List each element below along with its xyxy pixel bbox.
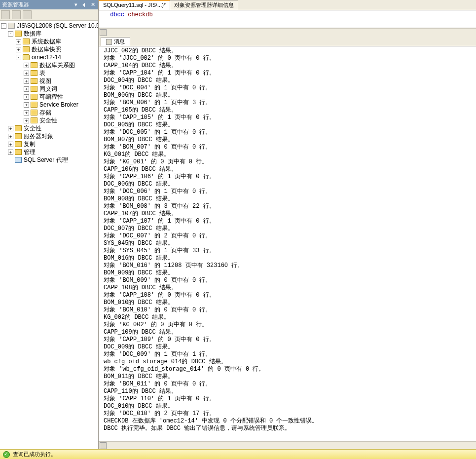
folder-icon [15,133,22,139]
status-bar: 查询已成功执行。 [0,449,476,459]
tree-node[interactable]: +Service Broker [0,101,98,109]
folder-icon [31,94,37,100]
expand-icon[interactable]: + [24,94,29,100]
tree-node[interactable]: +可编程性 [0,93,98,101]
collapse-icon[interactable]: - [1,23,6,29]
filter-button[interactable] [23,10,32,19]
tree-node-label: 服务器对象 [24,132,53,140]
tree-node[interactable]: +安全性 [0,124,98,132]
tree-node[interactable]: +数据库关系图 [0,61,98,69]
tree-node[interactable]: +安全性 [0,116,98,124]
tree-node[interactable]: +数据库快照 [0,45,98,53]
status-text: 查询已成功执行。 [13,451,56,458]
server-icon [8,23,15,29]
close-icon[interactable]: ✕ [89,1,96,8]
tree-node-label: 数据库快照 [32,45,61,53]
messages-icon [106,39,112,45]
folder-icon [23,46,30,52]
tab-messages-label: 消息 [114,38,125,45]
connect-button[interactable] [1,10,10,19]
expand-icon[interactable]: + [24,102,29,108]
tree-node-label: 安全性 [24,124,41,132]
tree-node-label: Service Broker [39,101,78,109]
tree-node[interactable]: +复制 [0,140,98,148]
folder-icon [23,38,30,44]
messages-output[interactable]: JJCC_002的 DBCC 结果。 对象 'JJCC_002' 的 0 页中有… [99,46,476,441]
folder-icon [31,62,37,68]
sql-keyword: checkdb [128,11,152,18]
folder-icon [31,70,37,76]
editor-scrollbar[interactable] [99,28,476,36]
object-explorer-toolbar [0,9,98,21]
folder-icon [15,149,22,155]
expand-icon[interactable]: + [8,142,13,147]
folder-icon [31,86,37,92]
tree-node-label: 复制 [24,140,36,148]
document-tabs: SQLQuery11.sql - JIS\...)*对象资源管理器详细信息 [99,0,476,10]
expand-icon[interactable]: + [24,63,29,68]
expand-icon[interactable]: + [24,78,29,84]
success-icon [3,451,10,458]
content-pane: SQLQuery11.sql - JIS\...)*对象资源管理器详细信息 db… [99,0,476,449]
folder-icon [31,102,37,108]
object-explorer-tree[interactable]: -JIS\SQL2008 (SQL Server 10.50.-数据库+系统数据… [0,21,98,449]
folder-icon [31,110,37,115]
object-explorer-titlebar: 资源管理器 ▾ ⏴ ✕ [0,0,98,9]
folder-icon [31,78,37,84]
expand-icon[interactable]: + [16,39,21,44]
tree-node[interactable]: +视图 [0,77,98,85]
sql-keyword: dbcc [110,11,124,18]
db-icon [23,54,30,60]
agent-icon [15,157,22,163]
document-tab[interactable]: SQLQuery11.sql - JIS\...)* [99,0,170,10]
collapse-icon[interactable]: - [8,31,13,37]
tree-node[interactable]: -数据库 [0,30,98,38]
folder-icon [15,141,22,147]
tree-node-label: JIS\SQL2008 (SQL Server 10.50. [17,22,98,30]
tree-node-label: 系统数据库 [32,38,61,45]
tree-node[interactable]: SQL Server 代理 [0,156,98,164]
tree-node-label: 管理 [24,148,36,156]
expand-icon[interactable]: + [24,86,29,92]
spacer [8,157,13,163]
expand-icon[interactable]: + [8,150,13,155]
collapse-icon[interactable]: - [16,55,21,60]
object-explorer-title: 资源管理器 [2,1,73,8]
tree-node-label: 可编程性 [39,93,63,101]
expand-icon[interactable]: + [8,134,13,139]
folder-icon [31,117,37,123]
expand-icon[interactable]: + [16,47,21,52]
tree-node[interactable]: -JIS\SQL2008 (SQL Server 10.50. [0,22,98,30]
expand-icon[interactable]: + [24,71,29,76]
tree-node-label: 表 [39,69,45,77]
tree-node-label: 同义词 [39,85,57,93]
object-explorer-panel: 资源管理器 ▾ ⏴ ✕ -JIS\SQL2008 (SQL Server 10.… [0,0,99,449]
tree-node-label: 数据库关系图 [39,61,75,69]
tree-node[interactable]: +管理 [0,148,98,156]
document-tab[interactable]: 对象资源管理器详细信息 [170,0,238,10]
tree-node[interactable]: +存储 [0,109,98,116]
tab-messages[interactable]: 消息 [101,37,130,46]
expand-icon[interactable]: + [24,110,29,115]
autohide-icon[interactable]: ⏴ [81,1,88,7]
sql-editor[interactable]: dbcc checkdb [99,10,476,28]
tree-node-label: SQL Server 代理 [24,156,68,164]
expand-icon[interactable]: + [24,118,29,123]
tree-node[interactable]: +服务器对象 [0,132,98,140]
tree-node-label: 存储 [39,109,51,116]
results-tabs: 消息 [99,36,476,46]
refresh-button[interactable] [12,10,21,19]
tree-node[interactable]: +同义词 [0,85,98,93]
tree-node[interactable]: -omec12-14 [0,53,98,61]
tree-node-label: 数据库 [24,30,41,38]
messages-scrollbar[interactable] [99,441,476,449]
pin-icon[interactable]: ▾ [73,1,79,8]
tree-node-label: 安全性 [39,116,57,124]
tree-node-label: omec12-14 [32,53,61,61]
tree-node-label: 视图 [39,77,51,85]
folder-icon [15,125,22,131]
tree-node[interactable]: +系统数据库 [0,38,98,45]
expand-icon[interactable]: + [8,126,13,131]
folder-icon [15,31,22,37]
tree-node[interactable]: +表 [0,69,98,77]
